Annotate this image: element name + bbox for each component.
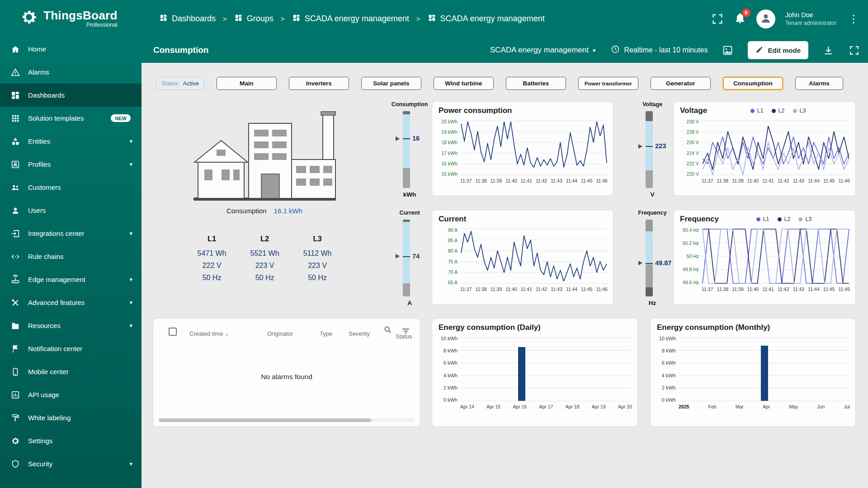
sidebar-item-api-usage[interactable]: API usage bbox=[0, 383, 142, 406]
legend-item[interactable]: L3 bbox=[798, 216, 811, 222]
slider-track[interactable] bbox=[646, 220, 653, 296]
slider-track-segment bbox=[646, 264, 653, 287]
dashboard-select[interactable]: SCADA energy management ▾ bbox=[490, 46, 596, 55]
search-icon[interactable] bbox=[383, 325, 392, 334]
state-button-inverters[interactable]: Inverters bbox=[289, 77, 349, 90]
sidebar-item-alarms[interactable]: Alarms bbox=[0, 61, 142, 84]
building-illustration bbox=[190, 106, 339, 203]
sidebar-item-profiles[interactable]: Profiles ▾ bbox=[0, 153, 142, 176]
sidebar-item-users[interactable]: Users bbox=[0, 199, 142, 222]
warning-icon bbox=[10, 67, 21, 78]
sidebar-item-mobile-center[interactable]: Mobile center bbox=[0, 360, 142, 383]
breadcrumb-item-groups[interactable]: Groups bbox=[234, 14, 274, 24]
legend-item[interactable]: L2 bbox=[778, 216, 791, 222]
sidebar-item-rule-chains[interactable]: Rule chains bbox=[0, 245, 142, 268]
column-label: Created time bbox=[189, 330, 223, 337]
slider-track[interactable] bbox=[403, 111, 410, 188]
slider-label: Current bbox=[385, 210, 434, 216]
state-button-consumption[interactable]: Consumption bbox=[723, 77, 783, 90]
slider-thumb[interactable] bbox=[646, 263, 653, 264]
slider-thumb[interactable] bbox=[646, 146, 653, 147]
sidebar-item-entities[interactable]: Entities ▾ bbox=[0, 130, 142, 153]
fullscreen-icon[interactable] bbox=[849, 45, 860, 56]
breadcrumb-item-scada-dashboard[interactable]: SCADA energy management bbox=[428, 14, 545, 24]
y-tick-label: 6 kWh bbox=[662, 360, 676, 366]
frequency-slider[interactable]: Frequency 49.87 Hz bbox=[627, 210, 677, 306]
logo-gear-icon bbox=[19, 7, 39, 29]
select-all-checkbox[interactable] bbox=[169, 328, 177, 336]
dashboard-content: Status: Active Main Inverters Solar pane… bbox=[142, 63, 868, 488]
x-tick-label: Apr bbox=[763, 404, 770, 409]
sidebar-item-edge-management[interactable]: Edge management ▾ bbox=[0, 268, 142, 291]
legend-item[interactable]: L1 bbox=[756, 216, 769, 222]
status-chip-value: Active bbox=[183, 80, 198, 87]
x-tick-label: Apr 16 bbox=[513, 404, 527, 409]
sidebar-item-white-labeling[interactable]: White labeling bbox=[0, 406, 142, 429]
x-tick-label: 11:46 bbox=[838, 178, 850, 183]
notifications-bell-icon[interactable]: 8 bbox=[734, 12, 746, 26]
x-tick-label: 11:40 bbox=[505, 286, 517, 292]
edit-mode-button[interactable]: Edit mode bbox=[748, 41, 808, 59]
legend-item[interactable]: L1 bbox=[750, 108, 764, 114]
scrollbar-thumb[interactable] bbox=[159, 418, 371, 422]
slider-track[interactable] bbox=[646, 111, 653, 188]
sidebar-item-integrations-center[interactable]: Integrations center ▾ bbox=[0, 222, 142, 245]
y-axis-labels: 20 kWh19 kWh18 kWh17 kWh16 kWh15 kWh bbox=[437, 119, 460, 177]
y-tick-label: 80 A bbox=[448, 248, 458, 253]
state-button-generator[interactable]: Generator bbox=[651, 77, 711, 90]
state-button-alarms[interactable]: Alarms bbox=[795, 77, 843, 90]
breadcrumb-item-scada-group[interactable]: SCADA energy management bbox=[292, 14, 409, 24]
legend-item[interactable]: L3 bbox=[793, 108, 806, 114]
y-tick-label: 222 V bbox=[687, 161, 699, 166]
x-tick-label: 11:41 bbox=[762, 178, 774, 183]
sidebar-item-home[interactable]: Home bbox=[0, 38, 142, 61]
column-created-time[interactable]: Created time↓ bbox=[189, 330, 228, 337]
sidebar-item-customers[interactable]: Customers bbox=[0, 176, 142, 199]
x-tick-label: Apr 14 bbox=[460, 404, 474, 409]
column-severity[interactable]: Severity bbox=[349, 330, 370, 337]
thingsboard-logo[interactable]: ThingsBoard Professional bbox=[19, 7, 118, 29]
column-type[interactable]: Type bbox=[320, 330, 332, 337]
phase-l2: L2 5521 Wh 223 V 50 Hz bbox=[250, 235, 279, 284]
sidebar-item-settings[interactable]: Settings bbox=[0, 429, 142, 452]
sidebar-item-resources[interactable]: Resources ▾ bbox=[0, 314, 142, 337]
sidebar-item-notification-center[interactable]: Notification center bbox=[0, 337, 142, 360]
breadcrumb-item-dashboards[interactable]: Dashboards bbox=[159, 14, 216, 24]
sidebar-item-dashboards[interactable]: Dashboards bbox=[0, 84, 142, 107]
status-chip: Status: Active bbox=[156, 77, 204, 90]
y-axis-labels: 10 kWh8 kWh6 kWh4 kWh2 kWh0 kWh bbox=[655, 336, 679, 403]
consumption-slider[interactable]: Consumption 16 kWh bbox=[385, 101, 434, 198]
kebab-menu-icon[interactable]: ⋮ bbox=[846, 13, 861, 25]
x-tick-label: Apr 17 bbox=[539, 404, 553, 409]
x-tick-label: Mar bbox=[736, 404, 744, 409]
slider-track[interactable] bbox=[403, 220, 410, 296]
slider-thumb[interactable] bbox=[403, 256, 410, 257]
fullscreen-icon[interactable] bbox=[711, 13, 724, 25]
dashboard-icon bbox=[234, 14, 243, 24]
state-button-power-transformer[interactable]: Power transformer bbox=[578, 77, 638, 90]
state-button-main[interactable]: Main bbox=[217, 77, 277, 90]
chevron-down-icon: ▾ bbox=[129, 138, 132, 145]
timewindow-button[interactable]: Realtime - last 10 minutes bbox=[610, 44, 708, 56]
state-button-wind-turbine[interactable]: Wind turbine bbox=[434, 77, 494, 90]
download-icon[interactable] bbox=[823, 45, 834, 56]
sidebar-item-advanced-features[interactable]: Advanced features ▾ bbox=[0, 291, 142, 314]
image-export-icon[interactable] bbox=[722, 45, 733, 56]
column-originator[interactable]: Originator bbox=[267, 330, 293, 337]
filter-icon[interactable] bbox=[401, 326, 410, 336]
avatar[interactable] bbox=[756, 9, 775, 28]
slider-thumb[interactable] bbox=[403, 138, 410, 139]
legend-item[interactable]: L2 bbox=[772, 108, 785, 114]
dashboards-icon bbox=[10, 90, 21, 101]
state-button-solar-panels[interactable]: Solar panels bbox=[361, 77, 421, 90]
sidebar-item-security[interactable]: Security ▾ bbox=[0, 452, 142, 475]
chevron-down-icon: ▾ bbox=[129, 276, 132, 283]
voltage-slider[interactable]: Voltage 223 V bbox=[627, 101, 677, 198]
state-button-batteries[interactable]: Batteries bbox=[506, 77, 566, 90]
breadcrumb-label: Groups bbox=[247, 14, 274, 23]
sidebar-item-solution-templates[interactable]: Solution templates NEW bbox=[0, 107, 142, 130]
current-slider[interactable]: Current 74 A bbox=[385, 210, 434, 306]
gridline bbox=[460, 350, 632, 351]
slider-arrow-icon bbox=[638, 144, 642, 149]
user-menu[interactable]: John Doe Tenant administrator bbox=[785, 11, 836, 27]
